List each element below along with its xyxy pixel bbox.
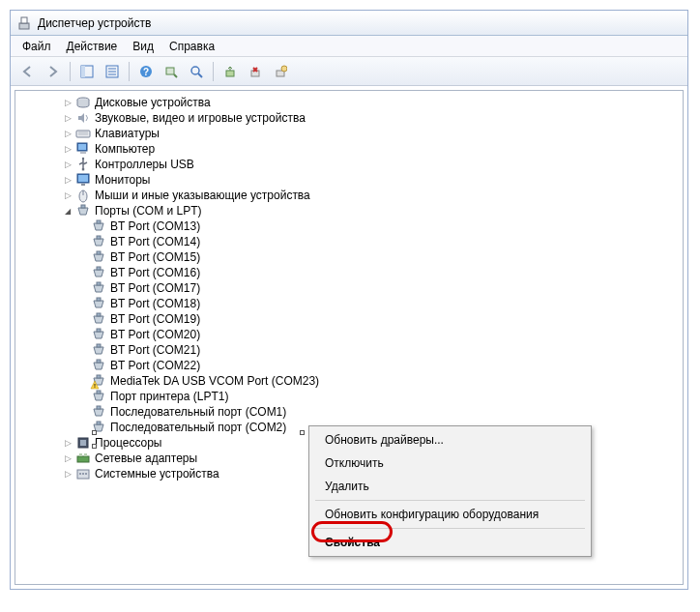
svg-rect-10 (166, 68, 174, 74)
svg-rect-45 (97, 406, 101, 409)
cm-properties[interactable]: Свойства (311, 531, 589, 554)
expander-icon[interactable] (62, 468, 73, 480)
uninstall-button[interactable] (244, 60, 267, 83)
tree-label: BT Port (COM14) (110, 235, 200, 248)
tree-item-port[interactable]: Последовательный порт (COM1) (15, 404, 683, 420)
cm-update-drivers[interactable]: Обновить драйверы... (311, 428, 589, 452)
svg-rect-40 (97, 360, 101, 363)
menu-file[interactable]: Файл (15, 38, 59, 55)
svg-rect-31 (97, 220, 101, 223)
svg-text:!: ! (94, 383, 96, 389)
tree-item-port[interactable]: BT Port (COM22) (15, 358, 683, 373)
context-menu: Обновить драйверы... Отключить Удалить О… (308, 425, 592, 557)
tree-item-port[interactable]: Порт принтера (LPT1) (15, 389, 683, 404)
port-icon (91, 311, 106, 327)
help-button[interactable]: ? (134, 60, 158, 83)
expander-icon[interactable] (62, 189, 73, 201)
tree-category[interactable]: Компьютер (15, 141, 683, 157)
svg-rect-41 (97, 375, 101, 378)
menu-help[interactable]: Справка (161, 38, 222, 55)
port-icon (91, 219, 106, 234)
tree-category[interactable]: Контроллеры USB (15, 157, 683, 172)
tree-label: Процессоры (95, 436, 162, 450)
category-icon (75, 126, 91, 141)
svg-rect-12 (226, 71, 234, 76)
tree-item-port[interactable]: ! MediaTek DA USB VCOM Port (COM23) (15, 373, 683, 389)
tree-item-port[interactable]: BT Port (COM21) (15, 342, 683, 358)
expander-icon[interactable] (62, 205, 73, 217)
properties-button[interactable] (101, 60, 124, 83)
category-icon (75, 435, 91, 451)
svg-rect-27 (81, 184, 85, 186)
tree-category[interactable]: Мыши и иные указывающие устройства (15, 188, 683, 203)
tree-item-port[interactable]: BT Port (COM16) (15, 265, 683, 280)
tree-item-port[interactable]: BT Port (COM15) (15, 249, 683, 265)
tree-category[interactable]: Дисковые устройства (15, 95, 683, 110)
cm-disable[interactable]: Отключить (311, 452, 589, 475)
app-icon (16, 15, 32, 31)
svg-rect-13 (251, 71, 259, 76)
port-icon: ! (91, 373, 106, 389)
tree-category-ports[interactable]: Порты (COM и LPT) (15, 203, 683, 219)
category-icon (75, 188, 91, 203)
port-icon (91, 404, 106, 420)
expander-icon[interactable] (62, 97, 73, 108)
tree-item-port[interactable]: BT Port (COM17) (15, 280, 683, 296)
tree-item-port[interactable]: BT Port (COM18) (15, 296, 683, 311)
tree-category[interactable]: Звуковые, видео и игровые устройства (15, 110, 683, 126)
forward-button[interactable] (42, 60, 65, 83)
tree-item-port[interactable]: BT Port (COM20) (15, 327, 683, 342)
toolbar: ? (11, 57, 687, 86)
tree-category[interactable]: Мониторы (15, 172, 683, 188)
back-button[interactable] (16, 60, 40, 83)
svg-point-54 (82, 473, 84, 475)
expander-icon[interactable] (62, 437, 73, 449)
show-hide-tree-button[interactable] (75, 60, 99, 83)
svg-point-53 (79, 473, 81, 475)
category-icon (75, 466, 91, 481)
port-icon (75, 203, 91, 219)
expander-icon[interactable] (62, 159, 73, 170)
menu-view[interactable]: Вид (125, 38, 161, 55)
svg-rect-38 (97, 329, 101, 332)
expander-icon[interactable] (62, 452, 73, 464)
svg-rect-37 (97, 313, 101, 316)
menu-action[interactable]: Действие (59, 38, 126, 55)
disable-button[interactable] (269, 60, 292, 83)
update-driver-button[interactable] (219, 60, 242, 83)
tree-item-port[interactable]: BT Port (COM19) (15, 311, 683, 327)
svg-point-11 (191, 67, 199, 74)
find-button[interactable] (185, 60, 208, 83)
svg-rect-51 (84, 453, 87, 456)
svg-rect-39 (97, 344, 101, 347)
svg-rect-34 (97, 267, 101, 270)
tree-label: Системные устройства (95, 467, 219, 481)
port-icon (91, 234, 106, 249)
svg-point-15 (281, 66, 287, 72)
tree-label: Мониторы (95, 173, 150, 187)
port-icon (91, 342, 106, 358)
expander-icon[interactable] (62, 174, 73, 186)
expander-icon[interactable] (62, 128, 73, 139)
cm-scan-hardware[interactable]: Обновить конфигурацию оборудования (311, 503, 589, 526)
expander-icon[interactable] (62, 112, 73, 124)
tree-label: MediaTek DA USB VCOM Port (COM23) (110, 374, 319, 388)
tree-label: BT Port (COM13) (110, 219, 200, 233)
category-icon (75, 110, 91, 126)
svg-rect-36 (97, 298, 101, 301)
cm-delete[interactable]: Удалить (311, 475, 589, 498)
tree-category[interactable]: Клавиатуры (15, 126, 683, 141)
tree-item-port[interactable]: BT Port (COM14) (15, 234, 683, 249)
titlebar: Диспетчер устройств (11, 11, 687, 36)
scan-button[interactable] (160, 60, 183, 83)
svg-rect-48 (80, 440, 86, 446)
category-icon (75, 451, 91, 466)
window-title: Диспетчер устройств (38, 16, 151, 30)
svg-rect-35 (97, 282, 101, 285)
tree-label: Сетевые адаптеры (95, 452, 197, 465)
svg-point-55 (85, 473, 87, 475)
expander-icon[interactable] (62, 143, 73, 155)
tree-label: BT Port (COM16) (110, 266, 200, 279)
svg-rect-33 (97, 251, 101, 254)
tree-item-port[interactable]: BT Port (COM13) (15, 219, 683, 234)
